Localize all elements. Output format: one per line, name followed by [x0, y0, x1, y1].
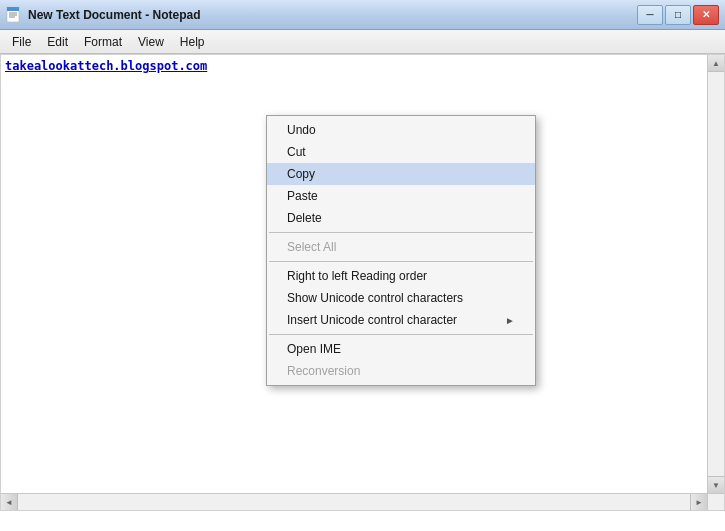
- context-menu-open-ime[interactable]: Open IME: [267, 338, 535, 360]
- separator-3: [269, 334, 533, 335]
- scroll-up-button[interactable]: ▲: [708, 55, 724, 72]
- context-menu-copy[interactable]: Copy: [267, 163, 535, 185]
- window-title: New Text Document - Notepad: [28, 8, 637, 22]
- context-menu-select-all[interactable]: Select All: [267, 236, 535, 258]
- context-menu-insert-unicode[interactable]: Insert Unicode control character ►: [267, 309, 535, 331]
- scrollbar-vertical[interactable]: ▲ ▼ ▼: [707, 55, 724, 510]
- context-menu-rtl[interactable]: Right to left Reading order: [267, 265, 535, 287]
- scroll-down-button[interactable]: ▼: [708, 476, 724, 493]
- context-menu-paste[interactable]: Paste: [267, 185, 535, 207]
- submenu-arrow-icon: ►: [505, 315, 515, 326]
- context-menu-undo[interactable]: Undo: [267, 119, 535, 141]
- separator-2: [269, 261, 533, 262]
- menu-view[interactable]: View: [130, 33, 172, 51]
- context-menu-show-unicode[interactable]: Show Unicode control characters: [267, 287, 535, 309]
- menu-file[interactable]: File: [4, 33, 39, 51]
- title-bar: New Text Document - Notepad ─ □ ✕: [0, 0, 725, 30]
- menu-edit[interactable]: Edit: [39, 33, 76, 51]
- minimize-button[interactable]: ─: [637, 5, 663, 25]
- svg-rect-1: [7, 7, 19, 11]
- restore-button[interactable]: □: [665, 5, 691, 25]
- separator-1: [269, 232, 533, 233]
- editor-watermark: takealookattech.blogspot.com: [5, 59, 207, 73]
- window-controls: ─ □ ✕: [637, 5, 719, 25]
- context-menu-reconversion[interactable]: Reconversion: [267, 360, 535, 382]
- scroll-right-button[interactable]: ►: [690, 494, 707, 510]
- app-icon: [6, 7, 22, 23]
- scrollbar-horizontal[interactable]: ◄ ►: [1, 493, 707, 510]
- context-menu: Undo Cut Copy Paste Delete Select All Ri…: [266, 115, 536, 386]
- context-menu-delete[interactable]: Delete: [267, 207, 535, 229]
- scrollbar-corner: [707, 493, 724, 510]
- editor-area[interactable]: takealookattech.blogspot.com Undo Cut Co…: [0, 54, 725, 511]
- scroll-left-button[interactable]: ◄: [1, 494, 18, 510]
- menu-bar: File Edit Format View Help: [0, 30, 725, 54]
- context-menu-cut[interactable]: Cut: [267, 141, 535, 163]
- menu-format[interactable]: Format: [76, 33, 130, 51]
- close-button[interactable]: ✕: [693, 5, 719, 25]
- menu-help[interactable]: Help: [172, 33, 213, 51]
